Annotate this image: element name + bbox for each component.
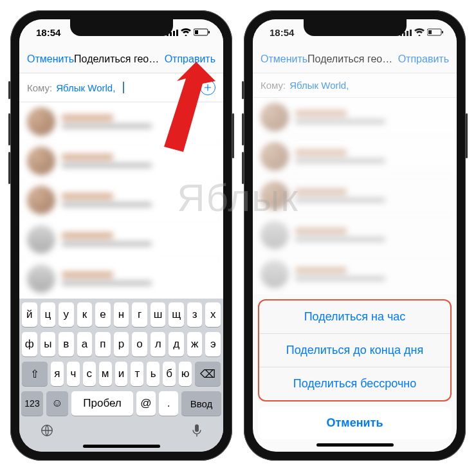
svg-rect-9 [195, 424, 199, 432]
svg-rect-6 [208, 31, 210, 33]
contact-list [253, 98, 457, 294]
key[interactable]: б [163, 362, 176, 386]
sheet-cancel-button[interactable]: Отменить [258, 407, 452, 439]
svg-rect-1 [170, 32, 172, 36]
avatar [261, 221, 289, 249]
key[interactable]: й [22, 302, 37, 327]
svg-rect-5 [195, 30, 198, 34]
home-indicator[interactable] [83, 445, 160, 448]
wifi-icon [181, 28, 191, 36]
share-indefinitely-button[interactable]: Поделиться бессрочно [259, 367, 450, 400]
svg-rect-13 [410, 30, 412, 36]
key[interactable]: т [131, 362, 143, 386]
at-key[interactable]: @ [136, 391, 156, 416]
screen-right: 18:54 Отменить Поделиться геопози... Отп… [253, 19, 457, 452]
key[interactable]: з [187, 302, 203, 327]
key[interactable]: п [95, 332, 111, 356]
add-recipient-button[interactable] [200, 80, 215, 95]
phone-right: 18:54 Отменить Поделиться геопози... Отп… [244, 10, 466, 461]
list-item[interactable] [253, 98, 457, 137]
key[interactable]: ы [41, 332, 56, 356]
notch [70, 19, 173, 36]
key[interactable]: о [132, 332, 147, 356]
to-label: Кому: [261, 80, 286, 91]
keyboard-bottom [22, 421, 221, 442]
key[interactable]: д [169, 332, 184, 356]
screen-left: 18:54 Отменить Поделиться геопози... Отп… [19, 19, 223, 452]
list-item[interactable] [253, 255, 457, 294]
dot-key[interactable]: . [159, 391, 178, 416]
key[interactable]: х [205, 302, 221, 327]
svg-rect-16 [442, 31, 443, 33]
avatar [261, 103, 289, 131]
list-item[interactable] [253, 176, 457, 216]
navbar: Отменить Поделиться геопози... Отправить [253, 45, 457, 73]
key[interactable]: м [99, 362, 112, 386]
plus-icon [203, 83, 212, 92]
sheet-options: Поделиться на час Поделиться до конца дн… [258, 299, 452, 402]
share-end-of-day-button[interactable]: Поделиться до конца дня [259, 334, 450, 367]
keyboard-row: ф ы в а п р о л д ж э [22, 332, 221, 356]
cancel-button[interactable]: Отменить [261, 53, 307, 65]
home-indicator[interactable] [316, 443, 394, 447]
cancel-button[interactable]: Отменить [27, 53, 74, 65]
recipient-chip[interactable]: Яблык World, [56, 82, 115, 93]
key[interactable]: в [59, 332, 74, 356]
key[interactable]: е [95, 302, 111, 327]
avatar [27, 225, 55, 254]
key[interactable]: а [77, 332, 93, 356]
battery-icon [194, 28, 210, 36]
key[interactable]: к [77, 302, 93, 327]
key[interactable]: ф [22, 332, 37, 356]
key[interactable]: щ [169, 302, 184, 327]
shift-key[interactable]: ⇧ [22, 362, 48, 386]
key[interactable]: ь [147, 362, 160, 386]
svg-rect-3 [176, 30, 178, 36]
key[interactable]: л [151, 332, 166, 356]
avatar [261, 142, 289, 171]
mic-icon[interactable] [191, 423, 203, 441]
recipient-chip[interactable]: Яблык World, [289, 80, 349, 91]
recipient-row[interactable]: Кому: Яблык World, [19, 73, 223, 102]
keyboard[interactable]: й ц у к е н г ш щ з х ф ы в а п р о л [19, 299, 223, 452]
key[interactable]: р [114, 332, 129, 356]
battery-icon [427, 28, 444, 36]
list-item[interactable] [19, 259, 223, 299]
key[interactable]: э [205, 332, 221, 356]
key[interactable]: н [114, 302, 129, 327]
share-hour-button[interactable]: Поделиться на час [259, 300, 450, 334]
text-caret [123, 82, 124, 93]
avatar [261, 260, 289, 288]
key[interactable]: ж [187, 332, 203, 356]
list-item[interactable] [253, 137, 457, 176]
key[interactable]: ц [41, 302, 56, 327]
recipient-row[interactable]: Кому: Яблык World, [253, 73, 457, 98]
globe-icon[interactable] [40, 423, 54, 441]
list-item[interactable] [19, 181, 223, 220]
key[interactable]: с [83, 362, 96, 386]
avatar [27, 186, 55, 214]
backspace-key[interactable]: ⌫ [195, 362, 221, 386]
key[interactable]: ш [151, 302, 166, 327]
key[interactable]: ю [179, 362, 192, 386]
emoji-key[interactable]: ☺ [46, 391, 68, 416]
page-title: Поделиться геопози... [307, 53, 398, 65]
space-key[interactable]: Пробел [71, 391, 133, 416]
send-button[interactable]: Отправить [398, 53, 449, 65]
avatar [27, 147, 55, 175]
enter-key[interactable]: Ввод [181, 391, 221, 416]
key[interactable]: ч [67, 362, 80, 386]
key[interactable]: г [132, 302, 147, 327]
key[interactable]: и [115, 362, 128, 386]
contact-list [19, 102, 223, 299]
action-sheet: Поделиться на час Поделиться до конца дн… [258, 299, 452, 447]
key[interactable]: у [59, 302, 74, 327]
key[interactable]: я [51, 362, 64, 386]
list-item[interactable] [19, 220, 223, 259]
send-button[interactable]: Отправить [165, 53, 215, 65]
list-item[interactable] [19, 102, 223, 142]
list-item[interactable] [19, 142, 223, 181]
list-item[interactable] [253, 216, 457, 255]
numbers-key[interactable]: 123 [21, 391, 43, 416]
keyboard-row: 123 ☺ Пробел @ . Ввод [22, 391, 221, 416]
